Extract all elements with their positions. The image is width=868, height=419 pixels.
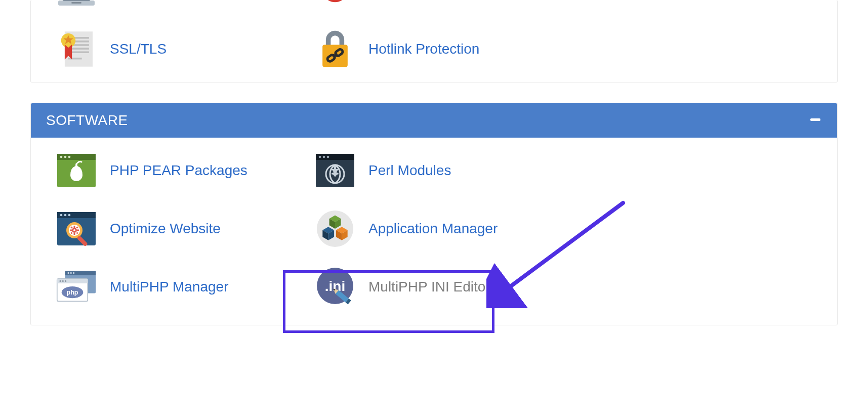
perl-icon: [315, 153, 355, 188]
svg-point-29: [68, 156, 71, 158]
svg-point-39: [64, 214, 67, 217]
svg-rect-44: [74, 226, 75, 228]
svg-rect-3: [71, 2, 81, 4]
cubes-icon: [315, 211, 355, 246]
laptop-icon: [56, 0, 97, 11]
svg-rect-65: [65, 271, 96, 275]
software-panel-header[interactable]: SOFTWARE: [31, 103, 837, 138]
svg-rect-26: [57, 154, 96, 160]
item-label: MultiPHP INI Editor: [368, 279, 490, 295]
certificate-icon: [56, 31, 97, 67]
svg-point-67: [70, 272, 72, 274]
padlock-link-icon: [315, 31, 355, 67]
svg-text:php: php: [67, 289, 78, 296]
svg-point-33: [323, 156, 325, 158]
software-item-multiphp-ini-editor[interactable]: .ini MultiPHP INI Editor: [315, 269, 563, 305]
svg-rect-45: [74, 233, 75, 235]
software-item-perl-modules[interactable]: Perl Modules: [315, 153, 563, 188]
collapse-icon[interactable]: [809, 113, 822, 129]
pear-icon: [56, 153, 97, 188]
svg-point-71: [59, 280, 61, 282]
svg-point-68: [73, 272, 74, 274]
svg-point-28: [64, 156, 67, 158]
item-label: Application Manager: [368, 221, 498, 237]
svg-rect-31: [316, 154, 354, 160]
svg-point-66: [67, 272, 69, 274]
item-label: Perl Modules: [368, 162, 451, 179]
svg-point-38: [60, 214, 63, 217]
svg-point-34: [327, 156, 329, 158]
svg-rect-37: [57, 212, 96, 218]
ini-edit-icon: .ini: [315, 269, 355, 305]
software-panel: SOFTWARE PHP PEAR Packages: [30, 103, 838, 325]
item-label: MultiPHP Manager: [110, 279, 228, 295]
software-item-multiphp-manager[interactable]: php MultiPHP Manager: [56, 269, 305, 305]
item-label: Optimize Website: [110, 221, 221, 237]
security-item-ssl-tls[interactable]: SSL/TLS: [56, 31, 305, 67]
item-label: Hotlink Protection: [368, 41, 479, 57]
item-label: PHP PEAR Packages: [110, 162, 247, 179]
svg-rect-70: [57, 279, 88, 283]
software-item-application-manager[interactable]: Application Manager: [315, 211, 563, 246]
svg-rect-24: [810, 118, 820, 121]
svg-point-72: [62, 280, 64, 282]
svg-point-27: [60, 156, 63, 158]
software-item-optimize-website[interactable]: Optimize Website: [56, 211, 305, 246]
php-windows-icon: php: [56, 269, 97, 305]
security-item-unknown[interactable]: [315, 0, 563, 11]
security-item-ip-blocker[interactable]: [56, 0, 305, 11]
security-panel: SSL/TLS Hotlink Protection: [30, 0, 838, 82]
forbidden-icon: [315, 0, 355, 11]
panel-title: SOFTWARE: [46, 112, 128, 129]
magnify-gear-icon: [56, 211, 97, 246]
security-item-hotlink-protection[interactable]: Hotlink Protection: [315, 31, 563, 67]
svg-point-32: [319, 156, 321, 158]
svg-rect-16: [68, 58, 82, 60]
item-label: SSL/TLS: [110, 41, 167, 57]
svg-point-40: [68, 214, 71, 217]
svg-rect-46: [70, 230, 72, 231]
svg-point-4: [324, 0, 347, 1]
svg-point-73: [65, 280, 66, 282]
svg-rect-47: [77, 230, 79, 231]
svg-rect-0: [62, 0, 91, 1]
software-panel-body: PHP PEAR Packages Perl Modules: [31, 138, 837, 325]
svg-point-52: [73, 229, 75, 231]
software-item-php-pear-packages[interactable]: PHP PEAR Packages: [56, 153, 305, 188]
